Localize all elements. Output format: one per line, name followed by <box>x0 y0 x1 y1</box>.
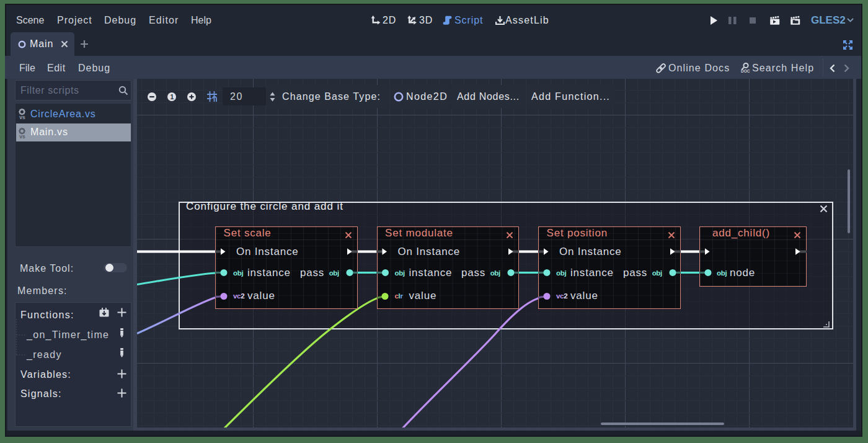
svg-text:vs: vs <box>19 133 25 138</box>
svg-text:1: 1 <box>170 93 174 101</box>
svg-text:vs: vs <box>19 114 25 119</box>
svg-text:DOC: DOC <box>741 69 750 73</box>
